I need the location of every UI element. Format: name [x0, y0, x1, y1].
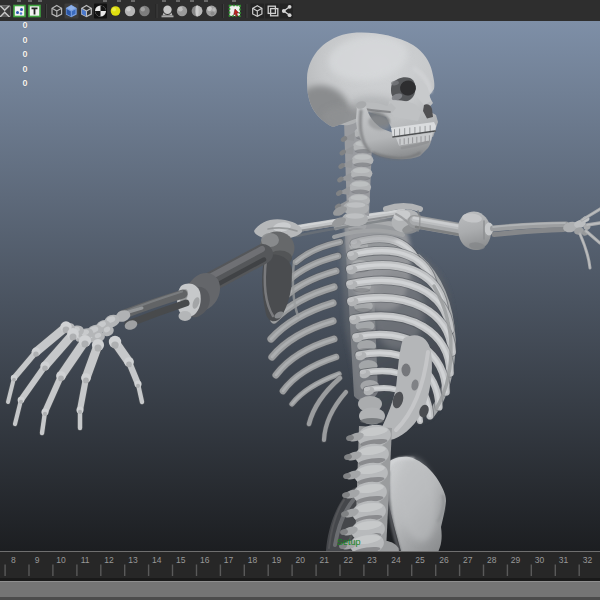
svg-text:22: 22 [343, 555, 353, 565]
svg-text:24: 24 [391, 555, 401, 565]
svg-text:31: 31 [559, 555, 569, 565]
svg-text:18: 18 [248, 555, 258, 565]
svg-text:11: 11 [81, 555, 90, 565]
svg-text:20: 20 [296, 555, 306, 565]
svg-text:10: 10 [56, 555, 66, 565]
svg-text:16: 16 [200, 555, 210, 565]
svg-text:32: 32 [583, 555, 593, 565]
svg-text:8: 8 [11, 555, 16, 565]
svg-text:29: 29 [511, 555, 521, 565]
svg-text:28: 28 [487, 555, 497, 565]
svg-text:14: 14 [152, 555, 162, 565]
svg-text:23: 23 [367, 555, 377, 565]
svg-text:12: 12 [104, 555, 114, 565]
svg-text:13: 13 [128, 555, 138, 565]
svg-text:19: 19 [272, 555, 282, 565]
svg-text:26: 26 [439, 555, 449, 565]
svg-text:25: 25 [415, 555, 425, 565]
svg-text:17: 17 [224, 555, 234, 565]
svg-text:30: 30 [535, 555, 545, 565]
svg-text:27: 27 [463, 555, 473, 565]
svg-text:9: 9 [35, 555, 40, 565]
svg-text:15: 15 [176, 555, 186, 565]
svg-text:21: 21 [320, 555, 330, 565]
